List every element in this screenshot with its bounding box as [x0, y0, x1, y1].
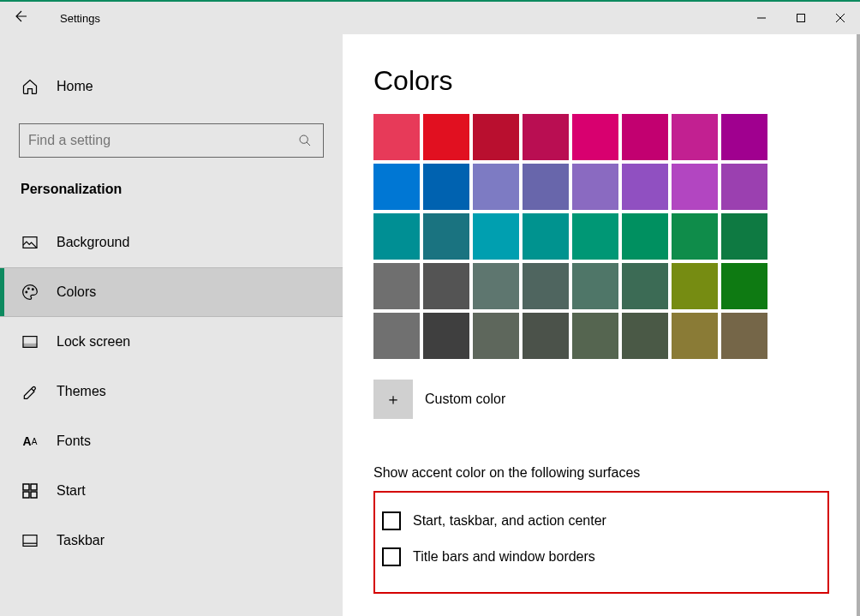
search-input[interactable]: [28, 133, 296, 148]
color-swatch[interactable]: [473, 263, 519, 309]
color-swatch[interactable]: [672, 263, 718, 309]
nav-label: Lock screen: [57, 334, 130, 350]
lockscreen-icon: [21, 335, 39, 349]
window-title: Settings: [43, 12, 100, 25]
maximize-button[interactable]: [781, 2, 821, 34]
checkbox-icon: [382, 547, 401, 566]
svg-rect-12: [23, 484, 29, 490]
color-swatch[interactable]: [672, 114, 718, 160]
nav-label: Themes: [57, 384, 106, 399]
sidebar: Home Personalization Background Colors L…: [0, 34, 343, 616]
start-icon: [21, 483, 39, 499]
color-swatch[interactable]: [523, 164, 569, 210]
color-swatch[interactable]: [373, 313, 420, 359]
custom-color-button[interactable]: ＋: [373, 380, 413, 419]
color-swatch[interactable]: [423, 263, 469, 309]
color-swatch[interactable]: [721, 313, 767, 359]
home-label: Home: [57, 79, 93, 94]
color-swatch[interactable]: [672, 164, 718, 210]
color-swatch[interactable]: [473, 114, 519, 160]
color-swatch[interactable]: [622, 313, 668, 359]
themes-icon: [21, 383, 39, 400]
color-swatch[interactable]: [721, 164, 767, 210]
nav-label: Colors: [57, 284, 96, 300]
scrollbar[interactable]: [857, 34, 860, 616]
color-swatch[interactable]: [473, 164, 519, 210]
color-swatch[interactable]: [373, 164, 420, 210]
sidebar-item-background[interactable]: Background: [0, 218, 343, 267]
accent-surfaces-header: Show accent color on the following surfa…: [373, 465, 829, 481]
color-swatch[interactable]: [373, 114, 420, 160]
color-swatch[interactable]: [622, 213, 668, 260]
color-swatch[interactable]: [572, 263, 618, 309]
checkbox-icon: [382, 511, 401, 530]
svg-rect-13: [31, 484, 37, 490]
sidebar-item-start[interactable]: Start: [0, 466, 343, 516]
color-swatch[interactable]: [523, 313, 569, 359]
color-swatch[interactable]: [721, 114, 767, 160]
color-swatch[interactable]: [423, 114, 469, 160]
section-header: Personalization: [0, 182, 343, 218]
home-icon: [21, 78, 39, 95]
home-nav[interactable]: Home: [0, 62, 343, 111]
color-swatch[interactable]: [572, 213, 618, 260]
color-swatch[interactable]: [622, 164, 668, 210]
svg-rect-15: [31, 492, 37, 498]
svg-point-8: [28, 288, 30, 290]
color-swatch[interactable]: [622, 114, 668, 160]
check-label: Title bars and window borders: [413, 549, 595, 565]
check-start-taskbar[interactable]: Start, taskbar, and action center: [382, 503, 821, 539]
check-title-bars[interactable]: Title bars and window borders: [382, 539, 821, 575]
color-swatch[interactable]: [473, 313, 519, 359]
svg-line-5: [307, 142, 310, 146]
window-controls: [742, 2, 860, 34]
close-button[interactable]: [821, 2, 860, 34]
sidebar-item-taskbar[interactable]: Taskbar: [0, 516, 343, 565]
sidebar-item-themes[interactable]: Themes: [0, 367, 343, 416]
color-swatch[interactable]: [473, 213, 519, 260]
color-swatch[interactable]: [523, 114, 569, 160]
palette-icon: [21, 284, 39, 301]
sidebar-item-fonts[interactable]: AA Fonts: [0, 416, 343, 466]
main-panel: Colors ＋ Custom color Show accent color …: [343, 34, 860, 616]
color-swatch[interactable]: [672, 213, 718, 260]
color-swatch[interactable]: [721, 263, 767, 309]
color-swatch[interactable]: [423, 213, 469, 260]
color-grid: [373, 114, 829, 359]
color-swatch[interactable]: [721, 213, 767, 260]
sidebar-item-lockscreen[interactable]: Lock screen: [0, 317, 343, 367]
svg-rect-1: [797, 15, 805, 22]
titlebar: Settings: [0, 2, 860, 34]
svg-rect-11: [23, 344, 37, 347]
accent-check-highlight: Start, taskbar, and action center Title …: [373, 491, 829, 594]
nav-label: Taskbar: [57, 533, 105, 548]
picture-icon: [21, 236, 39, 249]
svg-rect-16: [23, 535, 37, 547]
color-swatch[interactable]: [373, 263, 420, 309]
color-swatch[interactable]: [672, 313, 718, 359]
sidebar-item-colors[interactable]: Colors: [0, 267, 343, 317]
color-swatch[interactable]: [572, 313, 618, 359]
plus-icon: ＋: [385, 389, 401, 410]
color-swatch[interactable]: [423, 164, 469, 210]
nav-label: Fonts: [57, 434, 91, 449]
page-title: Colors: [373, 65, 829, 97]
taskbar-icon: [21, 534, 39, 547]
color-swatch[interactable]: [622, 263, 668, 309]
color-swatch[interactable]: [572, 164, 618, 210]
search-box[interactable]: [19, 123, 324, 158]
minimize-button[interactable]: [742, 2, 781, 34]
color-swatch[interactable]: [523, 263, 569, 309]
back-button[interactable]: [0, 9, 43, 28]
color-swatch[interactable]: [572, 114, 618, 160]
nav-label: Start: [57, 483, 86, 499]
svg-point-7: [26, 291, 27, 293]
color-swatch[interactable]: [373, 213, 420, 260]
nav-label: Background: [57, 235, 129, 250]
color-swatch[interactable]: [523, 213, 569, 260]
search-icon: [296, 134, 314, 147]
svg-point-9: [33, 289, 34, 290]
custom-color-label: Custom color: [425, 392, 505, 407]
color-swatch[interactable]: [423, 313, 469, 359]
fonts-icon: AA: [21, 434, 39, 448]
